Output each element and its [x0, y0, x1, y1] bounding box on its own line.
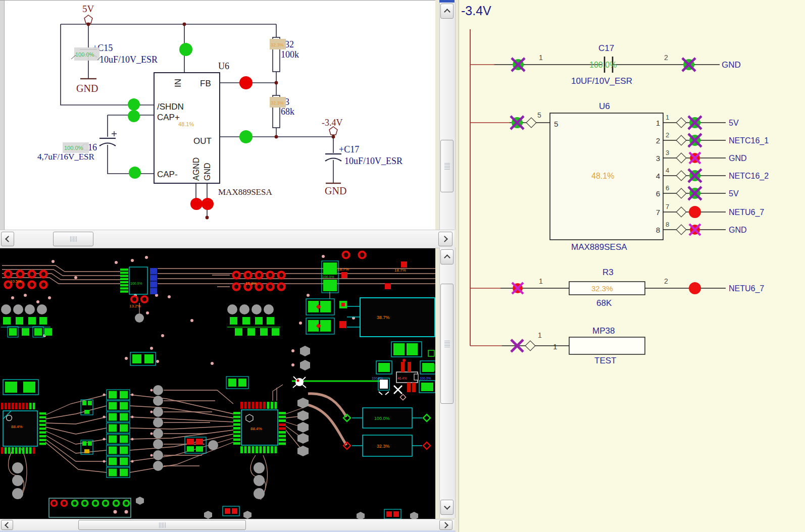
status-marker-red-x [512, 283, 523, 294]
r3-row[interactable]: R3 32.3% 68K 1 2 NETU6_7 [470, 268, 764, 308]
svg-text:3: 3 [656, 154, 660, 163]
mp38-row[interactable]: 1 1 MP38 TEST [470, 326, 645, 365]
status-marker-red-dot [689, 206, 701, 218]
pct-label: 16.8% [245, 281, 257, 286]
svg-text:2: 2 [656, 136, 660, 145]
svg-text:GND: GND [729, 154, 747, 163]
scroll-up-button[interactable] [440, 249, 454, 264]
u6-pct: 48.1% [591, 172, 614, 180]
net-label: GND [722, 60, 741, 70]
svg-text:3: 3 [666, 149, 669, 156]
c17-row[interactable]: 1 C17 100.0% 10UF/10V_ESR 2 GND [470, 43, 741, 86]
schematic-pane[interactable]: 5V +C15 10uF/10V_ESR 100.0% GND C16 100.… [0, 0, 435, 230]
r32-value: 100k [281, 49, 299, 60]
u6-name: U6 [599, 101, 610, 111]
r32-highlight-box: 32.3% [270, 39, 286, 49]
u6-pin-fb: FB [200, 79, 211, 88]
net-detail-panel[interactable]: 1 C17 100.0% 10UF/10V_ESR 2 GND U6 48.1%… [459, 0, 805, 532]
pct-label: 13.2% [129, 304, 141, 308]
pct-label: 100.0% [372, 377, 383, 380]
u6-pin-gnd: GND [203, 163, 212, 181]
mp38-name: MP38 [592, 326, 615, 336]
c17-symbol [325, 154, 341, 161]
power-symbol-neg3v4 [329, 127, 337, 135]
pct-label: 100.0% [322, 275, 334, 279]
u6-pin-in: IN [173, 79, 183, 87]
u6-pin-capm: CAP- [157, 170, 178, 179]
svg-text:NETC16_2: NETC16_2 [729, 172, 769, 181]
u6-pct: 48.1% [178, 121, 194, 127]
pct-label: 18.7% [394, 268, 406, 273]
eda-workspace: 5V +C15 10uF/10V_ESR 100.0% GND C16 100.… [0, 0, 805, 532]
scroll-up-button[interactable] [440, 4, 454, 19]
pct-label: 38.7% [377, 315, 390, 320]
scroll-thumb[interactable] [440, 140, 454, 192]
pcb-vscrollbar[interactable] [439, 247, 456, 518]
c16-pct: 100.0% [64, 145, 83, 151]
pct-label: 10.5% [10, 279, 22, 284]
svg-text:1: 1 [656, 119, 660, 127]
pct-label: 100.0% [130, 282, 142, 285]
scroll-left-button[interactable] [1, 232, 14, 246]
scroll-down-button[interactable] [440, 500, 454, 515]
c15-pct: 100.0% [75, 51, 94, 58]
u6-ref: U6 [218, 61, 229, 71]
pin-number: 2 [664, 277, 668, 285]
svg-text:6: 6 [666, 184, 669, 192]
pin-number: 1 [539, 277, 543, 285]
selected-pad[interactable] [380, 380, 388, 389]
c15-highlight-box: 100.0% [71, 47, 102, 61]
schematic-hscrollbar[interactable] [0, 230, 455, 248]
c17-ref: +C17 [339, 144, 359, 154]
pcb-drawing: 10.5% 13.2% 16.8% 18.7% 18.7% 100.0% 100… [0, 247, 435, 519]
c15-value: 10uF/10V_ESR [99, 55, 158, 65]
pct-label: 88.4% [11, 424, 23, 429]
pin-number: 5 [537, 111, 541, 119]
u6-pin-out: OUT [193, 136, 212, 146]
scroll-right-button[interactable] [438, 232, 452, 246]
pin-diamonds [676, 118, 686, 235]
svg-text:5V: 5V [729, 189, 739, 198]
status-marker-green-x [512, 58, 525, 71]
pct-label: 32.3% [377, 444, 390, 449]
pcb-hscrollbar[interactable] [0, 519, 455, 531]
c16-value: 4,7uF/16V_ESR [37, 152, 95, 162]
scroll-thumb[interactable] [440, 284, 454, 404]
pct-label: 88.4% [250, 427, 262, 431]
status-marker-red-dot [689, 282, 701, 294]
pct-label: 100.0% [374, 416, 390, 421]
scroll-thumb[interactable] [53, 232, 93, 246]
r3-pct: 32.3% [271, 100, 284, 105]
svg-text:8: 8 [656, 226, 660, 234]
u6-block[interactable]: U6 48.1% MAX889SESA 5 5 [470, 101, 769, 252]
gnd-label-b: GND [325, 185, 346, 196]
mp38-value: TEST [594, 356, 616, 365]
scroll-thumb[interactable] [78, 520, 246, 530]
pin-number: 2 [664, 54, 668, 62]
window-accent-strip [439, 0, 455, 3]
net-panel-drawing: 1 C17 100.0% 10UF/10V_ESR 2 GND U6 48.1%… [459, 0, 805, 532]
pin-number-inner: 5 [554, 120, 558, 128]
svg-text:4: 4 [666, 167, 669, 174]
pin-number-inner: 1 [553, 342, 557, 351]
schematic-vscrollbar[interactable] [439, 3, 456, 230]
svg-text:7: 7 [666, 203, 669, 210]
pcb-layout-pane[interactable]: 10.5% 13.2% 16.8% 18.7% 18.7% 100.0% 100… [0, 247, 435, 519]
pin-number: 1 [538, 331, 542, 339]
svg-text:8: 8 [666, 221, 669, 228]
panel-title: -3.4V [461, 4, 491, 18]
net-label-neg3v4: -3.4V [322, 118, 343, 128]
svg-text:NETU6_7: NETU6_7 [729, 208, 764, 217]
scroll-left-button[interactable] [1, 520, 13, 530]
scroll-right-button[interactable] [439, 520, 452, 530]
r3-pct: 32.3% [591, 284, 613, 293]
c17-name: C17 [598, 43, 614, 53]
svg-text:GND: GND [729, 226, 747, 234]
status-marker-green-x [511, 116, 524, 129]
pct-label: 18.7% [337, 267, 349, 272]
u6-net-labels: 5V NETC16_1 GND NETC16_2 5V NETU6_7 GND [729, 119, 769, 234]
net-label-5v: 5V [82, 4, 94, 14]
r3-value: 68K [596, 298, 612, 308]
u6-part: MAX889SESA [571, 242, 627, 252]
r3-value: 68k [281, 107, 294, 117]
